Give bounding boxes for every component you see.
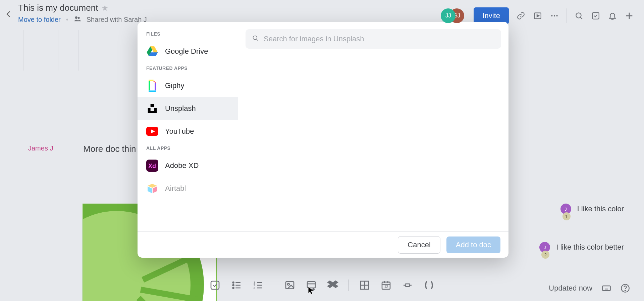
search-field-wrap[interactable] xyxy=(246,29,501,49)
search-icon xyxy=(252,35,259,43)
sidebar-item-adobe-xd[interactable]: Xd Adobe XD xyxy=(138,154,238,177)
sidebar-item-giphy[interactable]: Giphy xyxy=(138,74,238,97)
sidebar-item-google-drive[interactable]: Google Drive xyxy=(138,40,238,63)
search-input[interactable] xyxy=(264,35,494,43)
sidebar-item-label: Adobe XD xyxy=(165,161,199,170)
add-to-doc-button[interactable]: Add to doc xyxy=(446,236,500,253)
sidebar-item-label: Google Drive xyxy=(165,47,208,56)
sidebar-heading-files: FILES xyxy=(138,29,238,40)
sidebar-item-label: YouTube xyxy=(165,127,194,136)
sidebar-item-label: Unsplash xyxy=(165,104,196,113)
svg-rect-54 xyxy=(149,90,156,92)
airtable-icon xyxy=(146,182,158,195)
adobe-xd-icon: Xd xyxy=(146,160,158,172)
sidebar-item-unsplash[interactable]: Unsplash xyxy=(138,97,238,120)
sidebar-heading-all: ALL APPS xyxy=(138,143,238,154)
youtube-icon xyxy=(146,125,158,137)
svg-rect-53 xyxy=(155,83,156,91)
sidebar-item-youtube[interactable]: YouTube xyxy=(138,120,238,143)
svg-rect-58 xyxy=(151,104,154,107)
sidebar-item-label: Airtabl xyxy=(165,184,186,193)
svg-text:Xd: Xd xyxy=(148,163,156,169)
google-drive-icon xyxy=(146,45,158,57)
sidebar-item-label: Giphy xyxy=(165,81,184,90)
svg-marker-64 xyxy=(148,186,152,193)
svg-rect-57 xyxy=(155,82,156,83)
insert-apps-modal: FILES Google Drive FEATURED APPS Giphy U… xyxy=(138,22,508,258)
svg-rect-52 xyxy=(149,81,150,91)
svg-rect-55 xyxy=(149,80,153,81)
modal-main-panel xyxy=(238,22,508,231)
sidebar-item-airtable[interactable]: Airtabl xyxy=(138,177,238,200)
sidebar-heading-featured: FEATURED APPS xyxy=(138,63,238,74)
giphy-icon xyxy=(146,80,158,92)
unsplash-icon xyxy=(146,102,158,115)
svg-marker-65 xyxy=(153,186,157,193)
modal-sidebar: FILES Google Drive FEATURED APPS Giphy U… xyxy=(138,22,238,231)
svg-rect-56 xyxy=(154,81,155,82)
cancel-button[interactable]: Cancel xyxy=(398,236,440,254)
modal-footer: Cancel Add to doc xyxy=(138,231,508,258)
